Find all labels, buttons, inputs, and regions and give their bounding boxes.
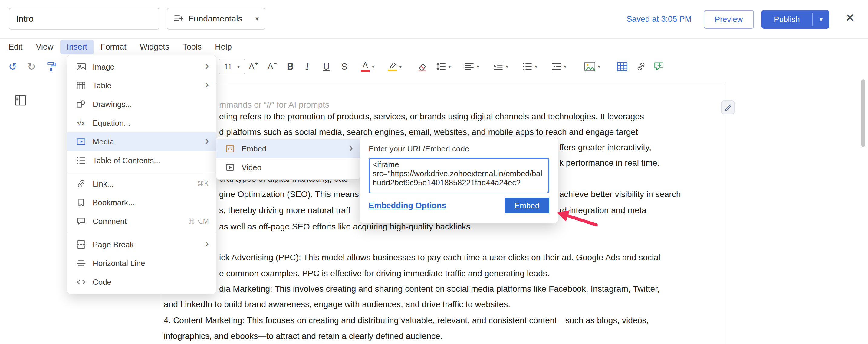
menu-item-code[interactable]: Code [67,273,216,291]
insert-image-button[interactable]: ▾ [584,58,600,76]
line-spacing-icon [435,61,446,72]
menu-help[interactable]: Help [208,40,239,54]
doc-text-line: eting refers to the promotion of product… [219,112,644,122]
menu-format[interactable]: Format [94,40,133,54]
document-title-input[interactable] [9,8,159,30]
menu-item-label: Comment [93,217,188,226]
menu-insert[interactable]: Insert [60,40,94,54]
chevron-down-icon: ▾ [535,64,537,70]
bullet-list-button[interactable]: ▾ [522,58,537,76]
doc-text-line: k performance in real time. [559,158,659,168]
preview-button[interactable]: Preview [704,10,754,29]
font-size-value: 11 [224,62,232,71]
navigation-panel-button[interactable] [13,93,28,108]
strikethrough-button[interactable]: S [341,58,347,76]
submenu-item-embed[interactable]: Embed › [216,139,360,158]
menu-edit[interactable]: Edit [2,40,29,54]
menu-item-label: Code [93,277,209,287]
clear-format-button[interactable] [417,58,428,76]
underline-button[interactable]: U [323,58,330,76]
menu-item-image[interactable]: Image › [67,58,216,76]
indent-icon [493,61,504,72]
embed-button[interactable]: Embed [504,198,549,213]
embed-popup: Enter your URL/Embed code <iframe src="h… [360,137,558,223]
menu-item-label: Page Break [93,240,202,249]
table-of-contents-icon [76,155,87,166]
insert-image-icon [584,61,596,72]
submenu-arrow-icon: › [205,238,209,249]
doc-text-line: achieve better visibility in search [559,190,681,199]
code-icon [76,277,87,287]
menu-item-label: Bookmark... [93,198,209,207]
indent-button[interactable]: ▾ [493,58,508,76]
menu-widgets[interactable]: Widgets [133,40,176,54]
publish-button[interactable]: Publish ▾ [762,10,829,29]
doc-text-line: gine Optimization (SEO): This means [219,190,359,199]
embed-popup-title: Enter your URL/Embed code [369,144,549,153]
menu-item-label: Table of Contents... [93,156,209,165]
chevron-down-icon: ▾ [448,64,451,70]
highlight-color-button[interactable]: ▾ [388,58,402,76]
multilevel-list-icon [551,61,562,72]
menu-tools[interactable]: Tools [176,40,208,54]
align-button[interactable]: ▾ [464,58,479,76]
increase-font-button[interactable]: A+ [249,58,258,76]
drawings-icon [76,99,87,110]
menu-item-equation[interactable]: √x Equation... [67,114,216,132]
menu-divider [67,172,216,172]
embed-code-input[interactable]: <iframe src="https://workdrive.zohoexter… [369,158,549,194]
italic-button[interactable]: I [306,58,309,76]
menu-item-horizontal-line[interactable]: Horizontal Line [67,254,216,273]
menu-item-label: Equation... [93,118,209,128]
chevron-down-icon: ▾ [255,15,259,23]
doc-text-line: rd integration and meta [559,206,647,215]
eraser-icon [417,61,428,72]
ai-assistant-button[interactable] [721,100,735,114]
bullet-list-icon [522,61,533,72]
page-top-border [161,83,724,83]
embedding-options-link[interactable]: Embedding Options [369,201,446,210]
menu-item-link[interactable]: Link... ⌘K [67,174,216,193]
menu-item-table-of-contents[interactable]: Table of Contents... [67,151,216,170]
text-color-icon: A [361,61,370,72]
chevron-down-icon: ▾ [564,64,566,70]
horizontal-line-icon [76,258,87,269]
menu-item-drawings[interactable]: Drawings... [67,95,216,114]
doc-text-line: ffers greater interactivity, [559,143,651,152]
multilevel-list-button[interactable]: ▾ [551,58,566,76]
menu-item-page-break[interactable]: Page Break › [67,235,216,254]
collection-dropdown[interactable]: Fundamentals ▾ [167,8,266,30]
menu-item-media[interactable]: Media › [67,132,216,151]
submenu-arrow-icon: › [205,135,209,146]
menu-item-table[interactable]: Table › [67,76,216,95]
menu-item-bookmark[interactable]: Bookmark... [67,193,216,212]
bold-button[interactable]: B [287,58,293,76]
chevron-down-icon: ▾ [477,64,479,70]
publish-chevron-icon[interactable]: ▾ [813,10,829,29]
font-size-select[interactable]: 11 ▾ [218,59,245,74]
menu-item-comment[interactable]: Comment ⌘⌥M [67,212,216,231]
text-color-button[interactable]: A ▾ [361,58,375,76]
decrease-font-button[interactable]: A− [268,58,277,76]
insert-link-button[interactable] [636,58,647,76]
doc-text-line: ick Advertising (PPC): This model allows… [219,253,660,263]
menu-view[interactable]: View [29,40,60,54]
equation-icon: √x [76,117,87,129]
submenu-arrow-icon: › [205,61,209,71]
chevron-down-icon: ▾ [372,64,375,70]
add-comment-icon [653,61,664,72]
format-painter-button[interactable] [46,58,57,76]
undo-button[interactable]: ↺ [8,58,17,76]
doc-text-line: e common examples. PPC is effective for … [219,269,550,278]
redo-button[interactable]: ↻ [27,58,36,76]
add-comment-button[interactable] [653,58,664,76]
shortcut-label: ⌘K [197,180,209,188]
top-bar: Fundamentals ▾ Saved at 3:05 PM Preview … [0,0,868,39]
submenu-item-video[interactable]: Video [216,158,360,177]
line-spacing-button[interactable]: ▾ [435,58,451,76]
vertical-scrollbar[interactable] [861,79,865,147]
insert-table-button[interactable] [617,58,628,76]
navigation-panel-icon [14,94,27,106]
link-icon [76,178,87,189]
close-icon[interactable]: ✕ [845,12,855,24]
